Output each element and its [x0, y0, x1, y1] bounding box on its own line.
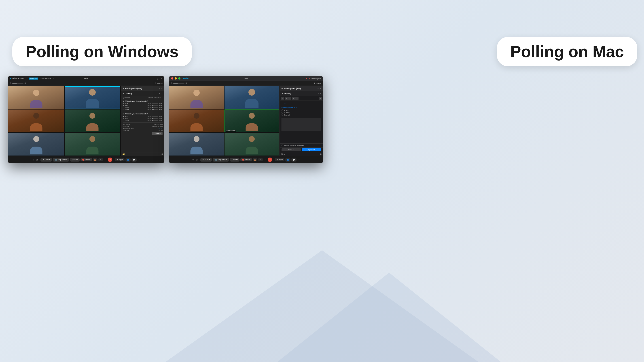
mac-tb-icon-3[interactable]: ✎ [288, 97, 291, 100]
mac-zoom-slider[interactable] [173, 83, 184, 84]
mac-tb-icon-5[interactable]: ✎ [296, 97, 298, 100]
footer-settings-icon[interactable]: ⚙ [161, 153, 163, 155]
stop-video-btn-mac[interactable]: 📹 Stop video ▾ [213, 158, 229, 162]
menu-bar-chevron[interactable]: ▾ [53, 77, 54, 79]
zoom-slider[interactable] [12, 83, 24, 84]
refresh-icon-win[interactable]: ↻ [32, 159, 34, 161]
q1-a-bar [152, 103, 158, 104]
share-btn-win[interactable]: ↑ Share [70, 158, 80, 162]
mac-participants-close[interactable]: × [320, 87, 321, 90]
mac-app-window: Webex 12:40 ✕ ✕ Meeting Info ⊖ ⊕ ⊞ Layou… [169, 76, 323, 163]
refresh-icon-mac[interactable]: ↻ [192, 159, 194, 161]
mac-open-poll-btn[interactable]: Open Poll [302, 148, 321, 151]
stop-video-btn-win[interactable]: 📹 Stop video ▾ [53, 158, 69, 162]
q1-c-bar [152, 107, 158, 108]
mac-close-btn[interactable]: ✕ [306, 77, 307, 79]
mac-clear-all-btn[interactable]: Clear All [282, 148, 301, 151]
mac-footer-icon-1[interactable]: ⊞ [281, 153, 283, 155]
mac-zoom-in-btn[interactable]: ⊕ [185, 82, 187, 84]
mac-participants-expand[interactable]: ⤢ [317, 87, 319, 90]
more-right-btn-mac[interactable]: ··· [298, 158, 300, 161]
end-call-btn-mac[interactable]: ✕ [268, 158, 272, 162]
mac-polling-expand[interactable]: ⤢ [317, 92, 319, 95]
participants-icon-win[interactable]: 👤 [126, 158, 130, 162]
polling-footer: 📁 ⚙ [121, 152, 164, 156]
chat-icon-mac[interactable]: 💬 [291, 158, 296, 162]
apps-btn-win[interactable]: ⊞ Apps [115, 158, 124, 161]
zoom-out-btn[interactable]: ⊖ [10, 82, 12, 84]
not-submit-value: 0/10 (0.0%) [154, 124, 162, 125]
layout-toolbar-mac: ⊖ ⊕ ⊞ Layout [169, 81, 323, 86]
participants-close-btn[interactable]: × [161, 87, 162, 90]
bottom-toolbar-mac: ↻ ⊞ 🎙 Mute ▾ 📹 Stop video ▾ ↑ Share Reco… [169, 156, 323, 163]
mac-footer-icon-2[interactable]: ≡ [284, 153, 285, 155]
end-call-btn-win[interactable]: ✕ [108, 158, 112, 162]
footer-folder-icon[interactable]: 📁 [122, 153, 125, 155]
mac-tb-icon-4[interactable]: ✎ [292, 97, 295, 100]
more-btn-win[interactable]: ··· [104, 158, 106, 161]
polling-close-btn[interactable]: × [161, 92, 162, 95]
mac-record-checkbox[interactable] [282, 145, 283, 146]
mac-footer-settings[interactable]: ⚙ [320, 153, 322, 155]
mac-participants-header: ▶ Participants (545) ⤢ × [280, 86, 323, 91]
polling-expand-btn[interactable]: ⤢ [158, 92, 160, 95]
share-btn-mac[interactable]: ↑ Share [230, 158, 240, 162]
q1-b-bar [152, 105, 158, 106]
layout-icon-win[interactable]: ⊞ [36, 159, 38, 161]
event-info-badge[interactable]: Event info [29, 77, 38, 79]
timer-btn-mac[interactable]: ⏱ [258, 158, 263, 161]
mac-panel-footer: ⊞ ≡ ⚙ [280, 152, 323, 156]
mac-change-type-link[interactable]: Change question type [282, 107, 297, 108]
poll-columns-header: Questions Results Bar Graph [121, 96, 164, 99]
extras-btn-win[interactable]: 📥 [93, 158, 98, 161]
poll-stats-windows: Not submit 0/10 (0.0%) Finished 10/10 (1… [123, 122, 162, 135]
mac-dot-green[interactable] [178, 77, 180, 79]
video-cell-1 [8, 86, 64, 109]
more-btn-mac[interactable]: ··· [264, 158, 266, 161]
mac-dot-yellow[interactable] [175, 77, 177, 79]
mac-radio-c[interactable] [282, 114, 283, 116]
share-icon-win: ↑ [72, 159, 73, 161]
mac-tb-add-icon[interactable]: + [319, 97, 322, 100]
mute-btn-mac[interactable]: 🎙 Mute ▾ [200, 158, 212, 162]
q1-answer-b: B. Red 3/10 30% [123, 105, 162, 106]
mute-icon-win: 🎙 [42, 159, 44, 161]
timer-btn-win[interactable]: ⏱ [98, 158, 103, 161]
close-poll-btn[interactable]: Close Poll [152, 132, 162, 135]
mac-tb-icon-1[interactable]: ✎ [281, 97, 284, 100]
mac-tb-icon-2[interactable]: ✎ [285, 97, 288, 100]
show-menu-bar[interactable]: Show menu bar [40, 78, 52, 79]
record-btn-win[interactable]: Record [80, 158, 92, 161]
mac-radio-b[interactable] [282, 112, 283, 113]
participants-panel-header: ▶ Participants (545) ⤢ × [121, 86, 164, 91]
more-right-btn-win[interactable]: ··· [138, 158, 140, 161]
mac-zoom-controls: ⊖ ⊕ [170, 82, 187, 84]
mac-meeting-info[interactable]: Meeting Info [312, 77, 321, 79]
window-controls[interactable]: ─ □ ✕ [151, 76, 162, 80]
mac-footer-icons: ⊞ ≡ [281, 153, 285, 155]
participants-expand-btn[interactable]: ⤢ [158, 87, 160, 90]
mac-webex-logo: Webex [183, 77, 190, 79]
polling-sub-panel-header: ▼ Polling ⤢ × [121, 91, 164, 96]
col-bargraph: Bar Graph [154, 97, 162, 98]
video-cell-3 [8, 109, 64, 132]
chat-icon-win[interactable]: 💬 [132, 158, 137, 162]
mac-dot-red[interactable] [171, 77, 173, 79]
poll-question-1: 1. Which is your favourite color? A. Blu… [123, 100, 162, 110]
layout-icon-mac[interactable]: ⊞ [196, 159, 198, 161]
mute-btn-win[interactable]: 🎙 Mute ▾ [40, 158, 52, 162]
participants-icon-mac[interactable]: 👤 [285, 158, 290, 162]
q1-answer-a: A. Blue 1/10 10% [123, 103, 162, 104]
record-btn-mac[interactable]: Record [240, 158, 252, 161]
mac-zoom-out-btn[interactable]: ⊖ [170, 82, 172, 84]
mac-minimize-btn[interactable]: ✕ [308, 77, 310, 79]
mac-layout-btn[interactable]: ⊞ Layout [314, 82, 321, 84]
extras-btn-mac[interactable]: 📥 [253, 158, 258, 161]
q2-text: 1. Which is your favourite color? [123, 113, 162, 115]
zoom-in-btn[interactable]: ⊕ [24, 82, 26, 84]
layout-btn-windows[interactable]: ⊞ Layout [155, 82, 162, 84]
apps-btn-mac[interactable]: ⊞ Apps [275, 158, 284, 161]
mac-polling-close[interactable]: × [320, 92, 321, 95]
mac-radio-a[interactable] [282, 109, 283, 111]
mac-text-area-placeholder[interactable] [282, 118, 321, 131]
